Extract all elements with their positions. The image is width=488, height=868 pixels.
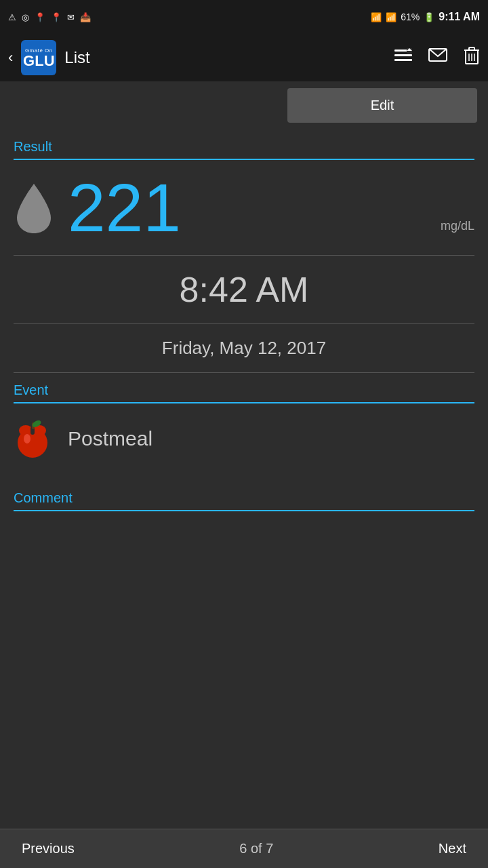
glucose-unit: mg/dL	[441, 219, 474, 241]
status-left-icons: ⚠ ◎ 📍 📍 ✉ 📥	[8, 12, 91, 22]
back-button[interactable]: ‹	[8, 49, 13, 66]
event-row: Postmeal	[14, 403, 474, 474]
svg-rect-8	[469, 47, 474, 50]
battery-icon: 🔋	[424, 12, 434, 22]
result-section-header: Result	[14, 130, 474, 160]
app-logo: Gmaté On GLU	[21, 40, 56, 75]
time-section: 8:42 AM	[14, 256, 474, 324]
event-section-header: Event	[14, 373, 474, 403]
export-icon[interactable]	[394, 48, 412, 67]
status-bar: ⚠ ◎ 📍 📍 ✉ 📥 📶 📶 61% 🔋 9:11 AM	[0, 0, 488, 34]
result-section: 221 mg/dL	[14, 160, 474, 256]
signal-icon: 📶	[386, 12, 396, 22]
warning-icon: ⚠	[8, 12, 16, 22]
previous-button[interactable]: Previous	[14, 835, 83, 862]
status-time: 9:11 AM	[439, 11, 480, 23]
status-right-icons: 📶 📶 61% 🔋 9:11 AM	[371, 11, 480, 23]
message-icon[interactable]	[428, 48, 447, 67]
blood-drop-icon	[14, 180, 54, 235]
mail-icon: ✉	[67, 12, 75, 22]
date-value: Friday, May 12, 2017	[162, 338, 326, 358]
svg-point-18	[24, 434, 30, 443]
apple-icon	[14, 417, 52, 460]
inbox-icon: 📥	[80, 12, 91, 22]
event-value: Postmeal	[68, 427, 152, 450]
content-area: Result 221 mg/dL 8:42 AM Friday, May 12,…	[0, 130, 488, 566]
glucose-value: 221	[68, 174, 427, 241]
comment-section-header: Comment	[14, 481, 474, 511]
time-value: 8:42 AM	[180, 270, 309, 309]
settings-icon: ◎	[22, 12, 29, 22]
app-title: List	[64, 48, 386, 67]
logo-big-text: GLU	[23, 54, 54, 68]
location2-icon: 📍	[51, 12, 62, 22]
edit-area: Edit	[0, 81, 488, 130]
event-section: Event Postmeal	[14, 373, 474, 474]
edit-button[interactable]: Edit	[287, 88, 477, 123]
comment-section: Comment	[14, 481, 474, 566]
wifi-icon: 📶	[371, 12, 382, 22]
battery-level: 61%	[401, 12, 420, 22]
app-bar-actions	[394, 46, 480, 69]
bottom-navigation: Previous 6 of 7 Next	[0, 829, 488, 868]
svg-rect-2	[394, 59, 412, 61]
date-section: Friday, May 12, 2017	[14, 324, 474, 373]
svg-rect-1	[394, 54, 412, 56]
trash-icon[interactable]	[464, 46, 480, 69]
page-indicator: 6 of 7	[239, 841, 273, 856]
comment-content	[14, 511, 474, 566]
location1-icon: 📍	[35, 12, 45, 22]
next-button[interactable]: Next	[430, 835, 474, 862]
app-bar: ‹ Gmaté On GLU List	[0, 34, 488, 81]
glucose-row: 221 mg/dL	[14, 174, 474, 241]
